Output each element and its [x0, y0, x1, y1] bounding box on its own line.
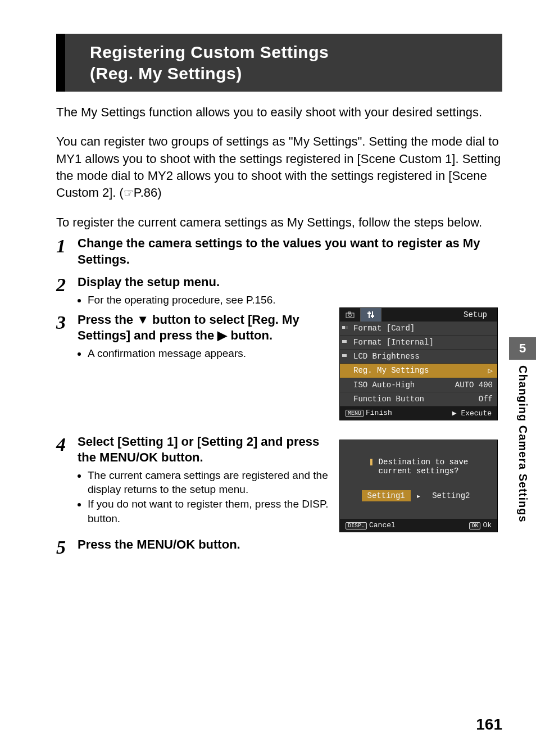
svg-rect-7 — [342, 326, 345, 329]
disp-key-icon: DISP. — [346, 522, 367, 529]
warning-icon: ❚ — [369, 458, 379, 467]
menu-item-reg-my-settings: Reg. My Settings▷ — [340, 364, 497, 378]
step-4: 4 Select [Setting 1] or [Setting 2] and … — [56, 434, 329, 526]
dialog-choices: Setting1 ▸ Setting2 — [362, 490, 476, 501]
menu-item-iso-auto-high: ISO Auto-HighAUTO 400 — [340, 378, 497, 392]
intro-paragraph-2: You can register two groups of settings … — [56, 133, 502, 201]
chapter-title: Changing Camera Settings — [516, 360, 529, 523]
chevron-right-icon: ▷ — [488, 366, 493, 375]
svg-rect-3 — [369, 311, 370, 318]
lcd-footer: DISP.Cancel OKOk — [340, 519, 497, 532]
camera-tab-icon — [340, 308, 361, 322]
svg-rect-5 — [367, 313, 371, 314]
menu-item-format-card: Format [Card] — [340, 322, 497, 336]
step-number: 3 — [56, 312, 78, 332]
menu-item-lcd-brightness: LCD Brightness — [340, 350, 497, 364]
svg-rect-10 — [342, 354, 347, 357]
step-number: 2 — [56, 274, 78, 295]
step-5-heading: Press the MENU/OK button. — [78, 537, 502, 553]
page-ref-icon: ☞ — [124, 187, 134, 199]
menu-key-icon: MENU — [346, 410, 364, 417]
step-3: 3 Press the ▼ button to select [Reg. My … — [56, 312, 329, 361]
choice-setting1: Setting1 — [362, 490, 411, 501]
step-4-bullet-2: If you do not want to register them, pre… — [88, 497, 329, 526]
chevron-right-icon: ▸ — [416, 491, 421, 501]
step-4-heading: Select [Setting 1] or [Setting 2] and pr… — [78, 434, 329, 466]
menu-item-format-internal: Format [Internal] — [340, 336, 497, 350]
step-1-heading: Change the camera settings to the values… — [78, 236, 502, 268]
step-3-heading: Press the ▼ button to select [Reg. My Se… — [78, 312, 329, 344]
step-2-heading: Display the setup menu. — [78, 274, 502, 291]
intro-paragraph-3: To register the current camera settings … — [56, 214, 502, 231]
step-2: 2 Display the setup menu. For the operat… — [56, 274, 502, 307]
step-5: 5 Press the MENU/OK button. — [56, 537, 502, 557]
step-2-bullet: For the operating procedure, see P.156. — [88, 293, 502, 307]
step-4-bullet-1: The current camera settings are register… — [88, 468, 329, 497]
intro-paragraph-1: The My Settings function allows you to e… — [56, 104, 502, 121]
step-number: 1 — [56, 236, 78, 256]
dialog-prompt: ❚ Destination to save current settings? — [369, 457, 468, 476]
svg-rect-6 — [371, 315, 374, 317]
lcd-tab-title: Setup — [464, 310, 497, 319]
lcd-tab-bar: Setup — [340, 308, 497, 322]
title-line-1: Registering Custom Settings — [90, 43, 329, 61]
chapter-number: 5 — [509, 337, 536, 360]
section-title: Registering Custom Settings (Reg. My Set… — [90, 42, 491, 84]
choice-setting2: Setting2 — [426, 490, 475, 501]
side-chapter-tab: 5 Changing Camera Settings — [509, 337, 536, 523]
lcd-menu-items: Format [Card] Format [Internal] LCD Brig… — [340, 322, 497, 406]
step-number: 4 — [56, 434, 78, 454]
step-3-bullet: A confirmation message appears. — [88, 346, 329, 361]
svg-rect-4 — [372, 311, 373, 318]
ok-key-icon: OK — [469, 522, 480, 529]
lcd-footer: MENUFinish ▶ Execute — [340, 406, 497, 420]
right-triangle-icon: ▶ — [217, 328, 227, 344]
svg-rect-9 — [342, 340, 347, 343]
lcd-footer-execute: ▶ Execute — [452, 409, 492, 418]
title-line-2: (Reg. My Settings) — [90, 64, 242, 83]
page-number: 161 — [476, 716, 502, 734]
page-ref: P.86 — [134, 185, 157, 200]
section-title-bar: Registering Custom Settings (Reg. My Set… — [56, 34, 502, 92]
camera-lcd-setup-menu: Setup Format [Card] Format [Internal] LC… — [339, 307, 498, 420]
step-1: 1 Change the camera settings to the valu… — [56, 236, 502, 270]
camera-lcd-confirm-dialog: ❚ Destination to save current settings? … — [339, 440, 498, 532]
setup-tab-icon — [361, 308, 381, 322]
down-triangle-icon: ▼ — [137, 312, 149, 328]
svg-rect-8 — [345, 326, 348, 329]
svg-point-2 — [349, 314, 352, 316]
menu-item-function-button: Function ButtonOff — [340, 392, 497, 406]
step-number: 5 — [56, 537, 78, 557]
